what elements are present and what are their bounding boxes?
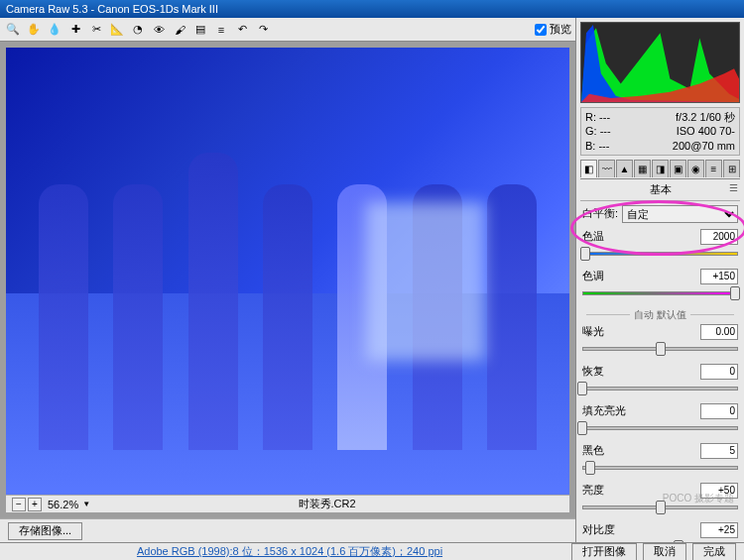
contrast-input[interactable] [700,522,738,538]
tab-curve[interactable]: 〰 [598,160,615,177]
adjustment-brush-icon[interactable]: 🖌 [171,21,188,39]
color-sampler-icon[interactable]: ✚ [66,21,84,39]
wb-label: 白平衡: [582,206,618,221]
crop-icon[interactable]: ✂ [87,21,105,39]
rotate-ccw-icon[interactable]: ↶ [233,21,251,39]
auto-default-row[interactable]: 自动 默认值 [582,308,738,322]
wb-select[interactable]: 自定 [622,205,738,223]
done-button[interactable]: 完成 [692,543,736,561]
zoom-dropdown-icon[interactable]: ▼ [82,500,90,508]
fill-input[interactable] [700,403,738,419]
panel-tabs: ◧ 〰 ▲ ▦ ◨ ▣ ◉ ≡ ⊞ [580,160,740,179]
open-image-button[interactable]: 打开图像 [571,543,637,561]
straighten-icon[interactable]: 📐 [108,21,126,39]
zoom-value[interactable]: 56.2% [48,499,78,510]
tab-camera[interactable]: ◉ [687,160,704,177]
redeye-icon[interactable]: 👁 [150,21,168,39]
recovery-slider[interactable] [577,382,587,395]
fill-slider[interactable] [577,421,587,435]
blacks-slider[interactable] [585,461,595,475]
tab-snapshots[interactable]: ⊞ [723,160,740,177]
tab-presets[interactable]: ≡ [705,160,722,177]
temp-slider[interactable] [580,247,590,261]
hand-icon[interactable]: ✋ [25,21,43,39]
workflow-link[interactable]: Adobe RGB (1998):8 位：1536 x 1024 (1.6 百万… [137,545,442,557]
tint-input[interactable] [700,269,738,284]
rotate-cw-icon[interactable]: ↷ [254,21,272,39]
blacks-input[interactable] [700,443,738,459]
graduated-filter-icon[interactable]: ▤ [191,21,209,39]
tab-hsl[interactable]: ▦ [634,160,651,177]
wb-eyedropper-icon[interactable]: 💧 [46,21,63,39]
tab-basic[interactable]: ◧ [580,160,597,177]
zoom-icon[interactable]: 🔍 [4,21,22,39]
spot-removal-icon[interactable]: ◔ [129,21,147,39]
tab-split[interactable]: ◨ [652,160,669,177]
tab-lens[interactable]: ▣ [670,160,686,177]
temp-input[interactable] [700,229,738,245]
contrast-slider[interactable] [674,540,683,542]
zoom-out-button[interactable]: − [12,498,26,511]
preview-image[interactable] [6,48,569,495]
toolbar: 🔍 ✋ 💧 ✚ ✂ 📐 ◔ 👁 🖌 ▤ ≡ ↶ ↷ 预览 [0,18,575,42]
image-filename: 时装秀.CR2 [90,497,563,511]
watermark: POCO 摄影专题 [663,492,734,505]
zoom-in-button[interactable]: + [28,498,42,511]
save-image-button[interactable]: 存储图像... [8,522,82,540]
prefs-icon[interactable]: ≡ [212,21,230,39]
histogram[interactable] [580,22,740,103]
window-titlebar: Camera Raw 5.3 - Canon EOS-1Ds Mark III [0,0,744,18]
exposure-slider[interactable] [656,342,666,356]
exif-info: R: --- G: --- B: --- f/3.2 1/60 秒 ISO 40… [580,107,740,156]
tab-detail[interactable]: ▲ [616,160,633,177]
tint-slider[interactable] [730,286,740,300]
exposure-input[interactable] [700,324,738,340]
cancel-button[interactable]: 取消 [643,543,686,561]
panel-title: 基本 [580,179,740,201]
recovery-input[interactable] [700,364,738,380]
window-title: Camera Raw 5.3 - Canon EOS-1Ds Mark III [6,3,218,15]
preview-label: 预览 [550,22,571,37]
preview-checkbox[interactable] [535,24,547,36]
